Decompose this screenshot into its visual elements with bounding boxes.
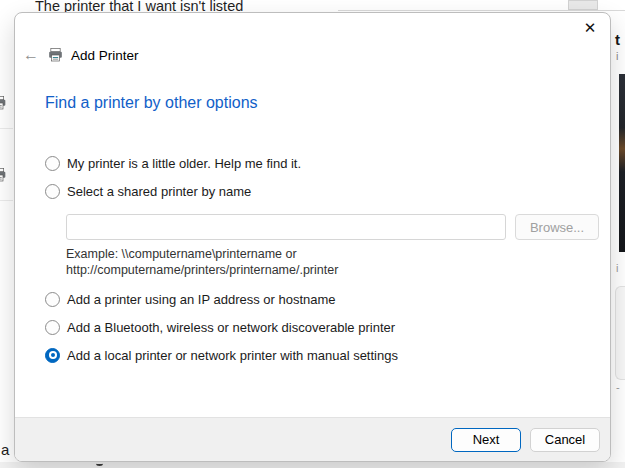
cancel-button[interactable]: Cancel — [530, 428, 600, 452]
shared-printer-block: Browse... Example: \\computername\printe… — [66, 214, 600, 278]
dialog-footer: Next Cancel — [15, 417, 610, 461]
shared-printer-name-input[interactable] — [66, 214, 506, 240]
background-divider — [338, 10, 625, 11]
close-icon[interactable]: ✕ — [579, 17, 601, 39]
background-text-fragment: a — [1, 441, 9, 458]
back-icon[interactable]: ← — [23, 46, 45, 64]
background-printer-icon — [0, 167, 7, 187]
radio-icon[interactable] — [45, 348, 60, 363]
example-line1: Example: \\computername\printername or — [66, 246, 600, 262]
screen: The printer that I want isn't listed t i… — [0, 0, 625, 468]
printer-options-group: My printer is a little older. Help me fi… — [45, 153, 600, 365]
background-scrollbar-fragment[interactable] — [568, 0, 598, 10]
next-button[interactable]: Next — [451, 428, 521, 452]
background-image-fragment — [619, 74, 625, 252]
option-label: Add a local printer or network printer w… — [67, 348, 398, 363]
option-local-printer-manual[interactable]: Add a local printer or network printer w… — [45, 345, 600, 365]
background-text-fragment: i — [616, 262, 618, 274]
option-ip-address[interactable]: Add a printer using an IP address or hos… — [45, 289, 600, 309]
dialog-title: Add Printer — [71, 48, 139, 63]
browse-button[interactable]: Browse... — [515, 214, 599, 240]
option-shared-printer[interactable]: Select a shared printer by name — [45, 181, 600, 201]
background-text-fragment: t — [615, 31, 620, 48]
background-list-separator — [0, 200, 13, 201]
background-list-separator — [0, 128, 13, 129]
option-bluetooth-wireless[interactable]: Add a Bluetooth, wireless or network dis… — [45, 317, 600, 337]
radio-icon[interactable] — [45, 184, 60, 199]
option-label: Add a Bluetooth, wireless or network dis… — [67, 320, 395, 335]
option-label: Select a shared printer by name — [67, 184, 251, 199]
background-bottom-strip — [0, 462, 625, 468]
background-card-fragment — [615, 286, 625, 380]
radio-icon[interactable] — [45, 292, 60, 307]
dialog-header: ← Add Printer — [23, 46, 139, 64]
background-text-fragment: i — [616, 50, 618, 62]
option-older-printer[interactable]: My printer is a little older. Help me fi… — [45, 153, 600, 173]
example-text: Example: \\computername\printername or h… — [66, 246, 600, 278]
radio-icon[interactable] — [45, 320, 60, 335]
add-printer-dialog: ✕ ← Add Printer Find a printer by other … — [14, 12, 611, 462]
option-label: Add a printer using an IP address or hos… — [67, 292, 336, 307]
background-printer-icon — [0, 95, 7, 115]
example-line2: http://computername/printers/printername… — [66, 262, 600, 278]
printer-icon — [47, 47, 64, 63]
background-text-fragment: - — [616, 381, 620, 393]
radio-icon[interactable] — [45, 156, 60, 171]
option-label: My printer is a little older. Help me fi… — [67, 156, 301, 171]
page-title: Find a printer by other options — [45, 94, 258, 112]
